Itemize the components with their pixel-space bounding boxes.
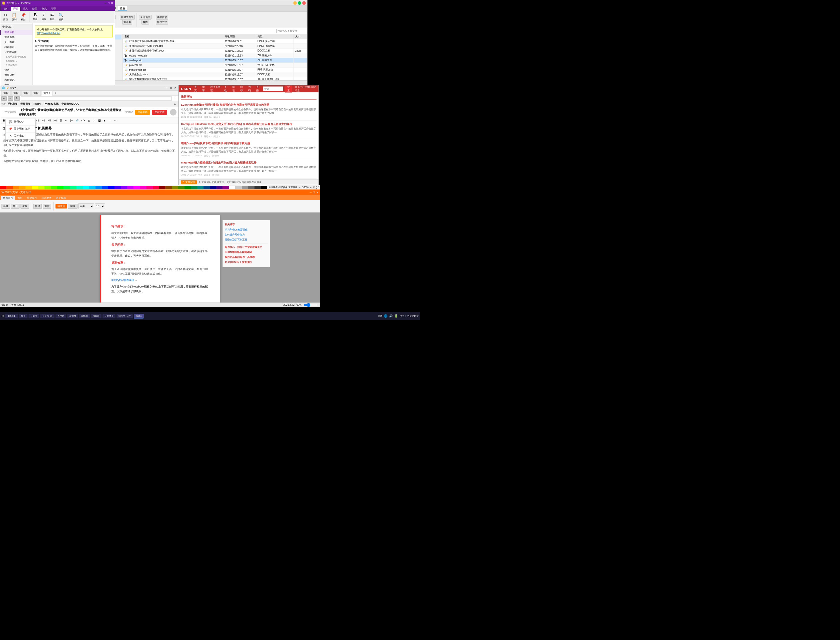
fmt-hr[interactable]: — [108, 119, 112, 123]
color-swatch-39[interactable] [248, 186, 254, 189]
publish-button[interactable]: 发布文章 [152, 110, 167, 115]
taskbar-item-lanhuo[interactable]: 蓝湖网 [67, 314, 78, 318]
color-swatch-26[interactable] [165, 186, 171, 189]
notes-link-3[interactable]: 最受欢迎的写作工具 [225, 237, 268, 242]
color-swatch-14[interactable] [89, 186, 95, 189]
notes-item-3[interactable]: 程序员必备的写作工具推荐 [225, 255, 268, 259]
color-swatch-5[interactable] [32, 186, 38, 189]
color-swatch-16[interactable] [102, 186, 108, 189]
fmt-more[interactable]: ⋯ [113, 119, 117, 123]
onenote-minimize[interactable]: ─ [104, 2, 107, 5]
color-swatch-18[interactable] [115, 186, 121, 189]
color-swatch-3[interactable] [19, 186, 25, 189]
fmt-h5[interactable]: H5 [46, 119, 52, 123]
fmt-ordered[interactable]: 1≡ [69, 119, 74, 123]
bookmark-phone[interactable]: 手机书签 [6, 102, 19, 106]
bookmark-extents[interactable]: » [173, 102, 178, 106]
ribbon-btn-detail[interactable]: 详细信息 [156, 15, 168, 19]
tray-volume-icon[interactable]: 🔊 [389, 314, 393, 318]
taskbar-item-classify[interactable]: 分类考 C [102, 314, 115, 318]
color-swatch-0[interactable] [0, 186, 6, 189]
color-swatch-21[interactable] [133, 186, 140, 189]
notes-link-1[interactable]: 学习Python推荐课程 [225, 227, 268, 232]
wps-tab-quick[interactable]: 快捷操作 [25, 196, 39, 200]
wps-tab-template[interactable]: 常见模板 [54, 196, 68, 200]
taskbar-item-zhihu[interactable]: 知乎 [19, 314, 27, 318]
nav-home[interactable]: 首页 [193, 85, 199, 92]
notebook-item-ai[interactable]: 人工智能 [0, 40, 32, 45]
color-swatch-8[interactable] [51, 186, 57, 189]
bookmark-csdn[interactable]: CSDN [32, 102, 42, 106]
wps-zoom-slider[interactable] [304, 303, 318, 307]
start-icon[interactable]: ⊞ [2, 314, 4, 318]
nav-qa[interactable]: 问答 [239, 85, 245, 92]
zoom-out-icon[interactable]: － [299, 186, 301, 189]
color-swatch-22[interactable] [140, 186, 146, 189]
color-swatch-40[interactable] [254, 186, 261, 189]
wps-btn-open[interactable]: 打开 [11, 204, 19, 209]
color-swatch-23[interactable] [146, 186, 152, 189]
notebook-item-algorithm[interactable]: 算法分析 [0, 30, 32, 35]
browser-close[interactable]: ✕ [173, 86, 177, 89]
nav-blog[interactable]: 博客 [201, 85, 207, 92]
color-swatch-6[interactable] [38, 186, 45, 189]
address-input[interactable]: Data (D:) > 软件下载文件 > QQ下载文件 [111, 29, 275, 33]
color-swatch-24[interactable] [153, 186, 159, 189]
taskbar-item-wechat[interactable]: 公众号 [29, 314, 39, 318]
fmt-quote[interactable]: 引 [59, 118, 63, 123]
fmt-unordered[interactable]: ≡ [64, 119, 68, 123]
fmt-h4[interactable]: H4 [40, 119, 46, 123]
fmt-image[interactable]: 🖼 [97, 119, 102, 123]
url-input[interactable]: https://mp.csdn.net/editor/html/11640152… [21, 96, 172, 101]
post-title-2[interactable]: 嘿嘿Down(B站视频下载) 彻底解决你的B站视频下载问题 [181, 141, 317, 145]
color-swatch-29[interactable] [184, 186, 191, 189]
nav-download[interactable]: 下载 [223, 85, 229, 92]
bookmark-study[interactable]: 学校书签 [19, 102, 32, 106]
color-swatch-11[interactable] [70, 186, 76, 189]
color-swatch-1[interactable] [6, 186, 13, 189]
wps-tab-material[interactable]: 素材 [16, 196, 24, 200]
onenote-close[interactable]: ✕ [111, 2, 113, 5]
notebook-sub-writing-2[interactable]: 2.写作技巧 [0, 59, 32, 63]
onenote-tab-draw[interactable]: 绘图 [30, 7, 39, 11]
search-input[interactable] [276, 29, 306, 33]
nav-live[interactable]: 直播 [255, 85, 261, 92]
table-row[interactable]: 📊 多目标追踪综合实测PPPT.pptx 2021/4/22 22:16 PPT… [123, 44, 307, 48]
fit-icon[interactable]: ⊡ [313, 186, 315, 189]
onenote-tab-format[interactable]: 格式 [40, 7, 49, 11]
fmt-code[interactable]: </> [80, 119, 86, 123]
ribbon-btn-italic[interactable]: I 斜体 [40, 12, 48, 22]
nav-code[interactable]: 代码 [247, 85, 253, 92]
blog-search-input[interactable] [263, 86, 283, 91]
notebook-item-ml[interactable]: 机器学习 [0, 45, 32, 50]
user-menu[interactable]: 会员中心 收藏 动态 消息 [295, 85, 317, 92]
ribbon-btn-cut[interactable]: ✂ 剪切 [2, 12, 9, 22]
blog-tab-follow[interactable]: 1. 大家可以先收藏关注，之后遇到了问题再慢慢在看解决 [199, 181, 261, 184]
wps-btn-new[interactable]: 新建 [2, 204, 10, 209]
color-swatch-32[interactable] [203, 186, 210, 189]
fmt-math[interactable]: ∑ [92, 119, 96, 123]
notebook-item-data[interactable]: 数据分析 [0, 72, 32, 77]
ribbon-btn-rename[interactable]: 重命名 [122, 20, 132, 24]
tray-network-icon[interactable]: 🌐 [384, 314, 387, 318]
ribbon-btn-properties[interactable]: 属性 [141, 20, 149, 24]
color-swatch-4[interactable] [26, 186, 32, 189]
onenote-maximize[interactable]: □ [108, 2, 109, 5]
col-date[interactable]: 修改日期 [223, 34, 256, 39]
notes-item-4[interactable]: 如何在CSDN上快速涨粉 [225, 260, 268, 264]
taskbar-item-wenx[interactable]: 前文X [134, 314, 144, 318]
ctx-qq[interactable]: 💬 腾讯QQ [6, 119, 35, 125]
minimize-button[interactable] [293, 1, 297, 5]
save-draft-button[interactable]: 保存草稿 [135, 110, 150, 115]
color-swatch-10[interactable] [64, 186, 70, 189]
post-title-1[interactable]: Configure FileMenu Tools(自定义/扩展右击功能) 原来右… [181, 122, 317, 126]
nav-dev[interactable]: 程序员笔记 [209, 85, 221, 92]
note-link[interactable]: http://www.hailhai.cc/ [37, 31, 110, 35]
fmt-video[interactable]: ▶ [102, 119, 107, 123]
taskbar-item-zhixian[interactable]: 直线网 [79, 314, 90, 318]
wps-minimize[interactable]: ─ [310, 191, 312, 194]
fullscreen-icon[interactable]: ⛶ [316, 186, 318, 189]
notes-item-1[interactable]: 写作技巧：如何让文章更有吸引力 [225, 245, 268, 249]
bookmark-python[interactable]: Python3实战 [42, 102, 59, 106]
notebook-item-exam[interactable]: 考研笔记 [0, 77, 32, 83]
